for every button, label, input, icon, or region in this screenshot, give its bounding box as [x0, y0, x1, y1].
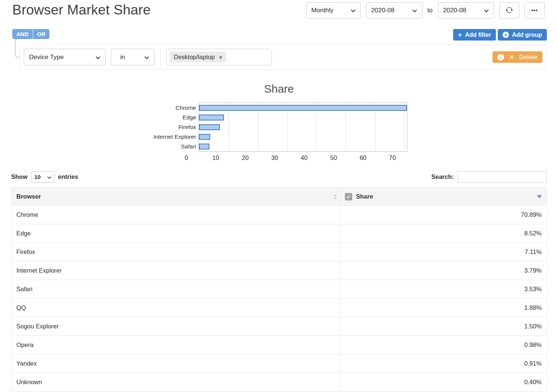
browser-cell: Internet Explorer — [12, 261, 341, 280]
chart-xtick-label: 60 — [360, 154, 366, 161]
table-row: Sogou Explorer1.50% — [12, 317, 547, 336]
share-cell: 0.40% — [340, 373, 546, 392]
chevron-down-icon — [96, 54, 100, 61]
chart-xtick-label: 0 — [185, 154, 188, 161]
sort-desc-icon[interactable] — [537, 195, 542, 198]
filter-operator-value: in — [120, 54, 125, 61]
table-row: Yandex0.91% — [12, 354, 547, 373]
browser-cell: Opera — [12, 336, 341, 354]
table-body: Chrome70.89%Edge8.52%Firefox7.11%Interne… — [12, 206, 547, 392]
rule-divider — [160, 49, 161, 65]
add-filter-label: Add filter — [465, 32, 491, 38]
add-group-button[interactable]: + Add group — [498, 29, 547, 41]
chart-bar — [199, 105, 407, 111]
table-controls: Show 10 entries Search: — [11, 171, 547, 183]
date-to-select[interactable]: 2020-08 — [438, 2, 494, 19]
ellipsis-icon: ••• — [531, 8, 538, 13]
filter-field-select[interactable]: Device Type — [24, 49, 106, 65]
filter-value-tag: Desktop/laptop × — [170, 52, 226, 62]
chart-bar — [199, 124, 220, 130]
to-label: to — [427, 7, 433, 14]
table-row: Edge8.52% — [12, 224, 547, 243]
table-row: QQ1.88% — [12, 299, 547, 317]
browser-cell: Unknown — [12, 373, 341, 392]
filter-rule-row: Device Type in Desktop/laptop × i ✕ Dele… — [19, 44, 547, 70]
share-cell: 8.52% — [340, 224, 546, 243]
add-group-label: Add group — [512, 32, 542, 38]
more-options-button[interactable]: ••• — [525, 2, 545, 19]
chart-xtick-label: 40 — [301, 154, 307, 161]
add-filter-button[interactable]: + Add filter — [453, 29, 496, 41]
table-row: Internet Explorer3.79% — [12, 261, 547, 280]
period-select-value: Monthly — [311, 7, 334, 14]
filter-builder: AND OR + Add filter + Add group Device T… — [12, 29, 547, 70]
filter-actions: + Add filter + Add group — [453, 29, 547, 41]
page-size-control: Show 10 entries — [11, 171, 78, 183]
date-from-select[interactable]: 2020-08 — [366, 2, 422, 19]
column-header-share[interactable]: ✓ Share — [340, 188, 546, 206]
date-toolbar: Monthly 2020-08 to 2020-08 — [306, 2, 545, 19]
date-to-value: 2020-08 — [443, 7, 466, 14]
table-header-row: Browser ✓ Share — [12, 188, 547, 206]
or-toggle[interactable]: OR — [33, 29, 50, 39]
filter-value-input[interactable]: Desktop/laptop × — [166, 49, 272, 65]
and-toggle[interactable]: AND — [12, 29, 33, 39]
chart-plot — [199, 103, 407, 152]
search-input[interactable] — [458, 171, 547, 183]
chart-category-label: Edge — [12, 113, 199, 122]
page-size-value: 10 — [34, 174, 41, 180]
andor-toggle: AND OR — [12, 29, 49, 39]
show-label: Show — [11, 173, 28, 180]
share-cell: 1.88% — [340, 299, 546, 317]
chart-xticks: 010203040506070 — [186, 152, 395, 164]
plus-icon: + — [458, 31, 462, 38]
browser-cell: Firefox — [12, 243, 341, 261]
chevron-down-icon — [144, 54, 149, 61]
column-header-browser[interactable]: Browser — [12, 188, 341, 206]
chart-category-label: Chrome — [12, 103, 199, 113]
filter-operator-select[interactable]: in — [111, 49, 154, 65]
share-cell: 0.91% — [340, 354, 546, 373]
share-chart: Share ChromeEdgeFirefoxInternet Explorer… — [0, 83, 558, 164]
browser-cell: Yandex — [12, 354, 341, 373]
info-icon[interactable]: i — [497, 54, 504, 61]
page-size-select[interactable]: 10 — [31, 171, 55, 183]
chart-xtick-label: 30 — [271, 154, 278, 161]
chevron-down-icon — [351, 7, 356, 14]
share-cell: 70.89% — [340, 206, 546, 224]
refresh-button[interactable] — [499, 2, 519, 19]
browser-cell: Chrome — [12, 206, 341, 224]
close-icon: ✕ — [509, 54, 514, 61]
chart-body: ChromeEdgeFirefoxInternet ExplorerSafari — [12, 103, 558, 152]
period-select[interactable]: Monthly — [306, 2, 361, 19]
page-header: Browser Market Share Monthly 2020-08 to … — [0, 0, 558, 23]
entries-label: entries — [58, 173, 78, 180]
browser-share-table: Browser ✓ Share Chrome70.89%Edge8.52%Fir… — [11, 187, 547, 392]
delete-filter-label: Delete — [519, 54, 538, 61]
refresh-icon — [506, 6, 513, 15]
browser-cell: Edge — [12, 224, 341, 243]
chart-xtick-label: 10 — [212, 154, 219, 161]
filter-value-tag-label: Desktop/laptop — [174, 54, 215, 61]
chart-bar — [199, 144, 209, 150]
chart-xtick-label: 50 — [330, 154, 337, 161]
table-row: Unknown0.40% — [12, 373, 547, 392]
delete-filter-button[interactable]: i ✕ Delete — [493, 51, 542, 63]
table-row: Opera0.98% — [12, 336, 547, 354]
sort-both-icon[interactable] — [333, 194, 337, 199]
search-control: Search: — [431, 171, 547, 183]
browser-column-label: Browser — [16, 193, 41, 200]
chart-title: Share — [0, 83, 558, 95]
share-checkbox[interactable]: ✓ — [345, 193, 352, 200]
chevron-down-icon — [484, 7, 489, 14]
browser-cell: Safari — [12, 280, 341, 299]
table-row: Chrome70.89% — [12, 206, 547, 224]
share-cell: 0.98% — [340, 336, 546, 354]
chart-bar — [199, 134, 210, 140]
browser-cell: QQ — [12, 299, 341, 317]
tag-remove-icon[interactable]: × — [219, 55, 222, 60]
check-icon: ✓ — [346, 194, 351, 200]
chart-category-label: Safari — [12, 142, 199, 151]
share-cell: 1.50% — [340, 317, 546, 336]
table-row: Firefox7.11% — [12, 243, 547, 261]
